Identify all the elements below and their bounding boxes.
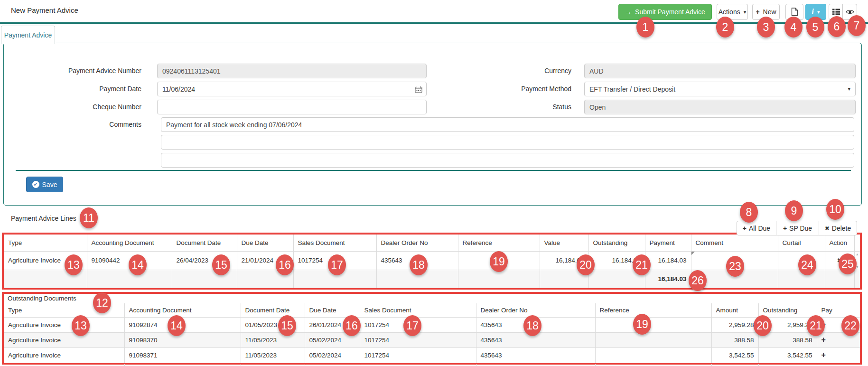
col-value: Value [540, 235, 588, 251]
col-curtail: Curtail [778, 235, 825, 251]
cell-payment[interactable]: 16,184.03 [645, 251, 691, 270]
outstanding-document-row: Agriculture Invoice 91098370 11/05/2023 … [4, 332, 860, 347]
sp-due-label: SP Due [789, 225, 812, 232]
annotation-badge-11: 11 [80, 207, 98, 228]
col-amount: Amount [711, 303, 758, 317]
annotation-badge-13: 13 [65, 254, 83, 275]
col-comment: Comment [691, 235, 778, 251]
payment-advice-number-label: Payment Advice Number [23, 66, 141, 75]
col-reference: Reference [458, 235, 540, 251]
caret-down-icon: ▾ [817, 9, 820, 15]
col-dealer-order-no: Dealer Order No [476, 303, 595, 317]
payment-date-label: Payment Date [23, 84, 141, 93]
payment-advice-number-input [157, 64, 427, 78]
col-sales-document: Sales Document [360, 303, 476, 317]
outstanding-document-row: Agriculture Invoice 91098371 11/05/2023 … [4, 347, 860, 363]
list-icon [832, 9, 840, 15]
comments-input-line2[interactable] [161, 135, 854, 150]
cell-accounting-document: 91098371 [124, 347, 241, 363]
col-sales-document: Sales Document [293, 235, 376, 251]
delete-x-icon: ✖ [825, 225, 830, 232]
status-input [584, 100, 856, 114]
annotation-badge-18: 18 [410, 254, 428, 275]
col-outstanding: Outstanding [758, 303, 817, 317]
outstanding-header-row: Type Accounting Document Document Date D… [4, 303, 860, 317]
col-action: Action [825, 235, 854, 251]
annotation-badge-17: 17 [328, 254, 346, 275]
annotation-badge-9: 9 [785, 200, 803, 221]
cell-sales-document: 1017254 [360, 347, 476, 363]
pdf-file-icon [791, 8, 798, 16]
check-circle-icon: ✔ [32, 181, 39, 188]
arrow-right-icon: → [625, 8, 632, 16]
cell-amount: 3,542.55 [711, 347, 758, 363]
cell-type: Agriculture Invoice [4, 347, 124, 363]
annotation-badge-2: 2 [716, 17, 734, 38]
cell-document-date: 11/05/2023 [241, 332, 305, 347]
annotation-badge-16: 16 [276, 254, 294, 275]
currency-label: Currency [453, 66, 571, 75]
comments-input-line3[interactable] [161, 153, 854, 168]
annotation-badge-24: 24 [798, 254, 816, 275]
col-outstanding: Outstanding [588, 235, 645, 251]
tab-payment-advice[interactable]: Payment Advice [1, 26, 55, 44]
comments-input-line1[interactable] [161, 117, 854, 132]
annotation-badge-25: 25 [839, 253, 857, 274]
col-payment: Payment [645, 235, 691, 251]
cell-dealer-order-no: 435643 [476, 347, 595, 363]
payment-date-input[interactable] [157, 82, 427, 96]
col-dealer-order-no: Dealer Order No [376, 235, 458, 251]
annotation-badge-21: 21 [633, 254, 651, 275]
cell-amount: 388.58 [711, 332, 758, 347]
submit-payment-advice-button[interactable]: → Submit Payment Advice [618, 4, 712, 20]
annotation-badge-16: 16 [343, 315, 361, 336]
eye-icon [846, 9, 854, 15]
cell-type: Agriculture Invoice [4, 317, 124, 332]
annotation-badge-26: 26 [689, 270, 707, 291]
col-accounting-document: Accounting Document [87, 235, 172, 251]
payment-method-value: EFT Transfer / Direct Deposit [589, 85, 675, 93]
outstanding-documents-title: Outstanding Documents [4, 294, 860, 303]
delete-button[interactable]: ✖ Delete [819, 221, 857, 235]
currency-input [584, 64, 856, 78]
header-divider [0, 22, 868, 24]
annotation-badge-8: 8 [740, 202, 758, 223]
payment-method-label: Payment Method [453, 84, 571, 93]
save-button[interactable]: ✔ Save [26, 177, 63, 192]
calendar-icon[interactable] [415, 86, 422, 93]
annotation-badge-3: 3 [757, 17, 775, 38]
all-due-label: All Due [749, 225, 770, 232]
save-button-label: Save [42, 181, 57, 188]
col-spacer [854, 235, 860, 251]
payment-method-select[interactable]: EFT Transfer / Direct Deposit ▾ [584, 82, 856, 96]
cell-reference [595, 347, 711, 363]
plus-icon: + [756, 8, 759, 16]
all-due-button[interactable]: + All Due [737, 221, 776, 235]
sp-due-button[interactable]: + SP Due [776, 221, 819, 235]
annotation-badge-18: 18 [523, 315, 541, 336]
annotation-badge-19: 19 [490, 251, 508, 272]
page-title: New Payment Advice [11, 6, 78, 14]
cell-sales-document: 1017254 [360, 332, 476, 347]
annotation-badge-6: 6 [828, 16, 846, 37]
annotation-badge-15: 15 [278, 315, 296, 336]
outstanding-documents-table: Type Accounting Document Document Date D… [4, 303, 860, 363]
delete-label: Delete [832, 225, 851, 232]
annotation-badge-19: 19 [633, 314, 651, 335]
cell-due-date: 05/02/2024 [305, 347, 360, 363]
annotation-badge-1: 1 [636, 17, 654, 38]
col-document-date: Document Date [172, 235, 237, 251]
annotation-badge-21: 21 [807, 315, 825, 336]
annotation-badge-5: 5 [806, 17, 824, 38]
add-to-payment-icon[interactable]: + [817, 347, 860, 363]
cheque-number-input[interactable] [157, 100, 427, 114]
annotation-badge-20: 20 [754, 315, 772, 336]
chevron-down-icon: ▾ [848, 86, 850, 92]
cell-reference [595, 317, 711, 332]
annotation-badge-23: 23 [726, 256, 744, 277]
outstanding-documents-highlight-box: Outstanding Documents Type Accounting Do… [2, 292, 862, 365]
tab-label: Payment Advice [4, 31, 52, 39]
plus-icon: + [743, 225, 747, 232]
spinner-up-icon: ▲ [856, 253, 859, 256]
cell-type: Agriculture Invoice [4, 332, 124, 347]
